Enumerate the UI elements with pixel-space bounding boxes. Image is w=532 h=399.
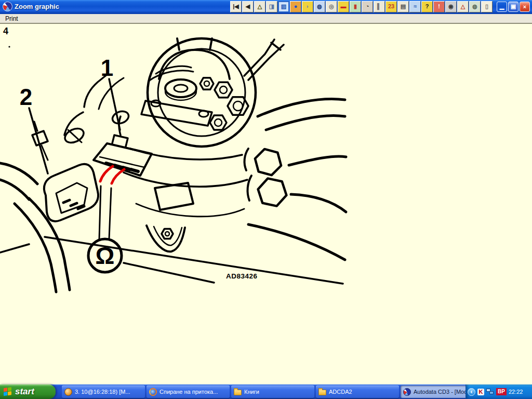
task-folder-adcda2[interactable]: ADCDA2 (316, 385, 399, 398)
tool-globe-button[interactable]: ● (290, 1, 301, 12)
engine-icon: ◍ (472, 4, 477, 9)
mouse-pointer-icon: ◗ (306, 4, 310, 9)
bracket-and-pipes (0, 225, 343, 284)
folder-icon (234, 390, 242, 395)
back-icon: ◀ (246, 4, 250, 9)
fuel-hoses (245, 99, 346, 260)
tray-clock: 22:22 (509, 389, 523, 395)
graphic-canvas: Ω 1 2 4 AD83426 (0, 23, 532, 384)
page-number: 4 (3, 26, 8, 36)
restore-icon: ▣ (511, 3, 516, 10)
network-icon[interactable] (486, 389, 494, 395)
connector-1 (94, 116, 152, 176)
task-button-label: ADCDA2 (329, 389, 352, 395)
distributor-assembly (63, 38, 284, 217)
restore-button[interactable]: ▣ (508, 2, 518, 12)
tool-spark-plug-button[interactable]: ▌ (374, 1, 385, 12)
lower-hoses (0, 163, 70, 292)
label-2: 2 (20, 84, 32, 110)
minimize-button[interactable]: ▁ (497, 2, 507, 12)
system-tray: ‹ K BP 22:22 (466, 384, 532, 399)
kaspersky-icon[interactable]: K (477, 389, 484, 395)
firefox-icon (149, 388, 157, 396)
task-button-label: Книги (244, 389, 259, 395)
ohmmeter-symbol: Ω (88, 186, 122, 272)
warning-icon: △ (258, 4, 262, 9)
tray-chevron-icon[interactable]: ‹ (468, 388, 475, 396)
tool-back-button[interactable]: ◀ (242, 1, 254, 12)
label-1: 1 (101, 55, 113, 81)
tool-service-car-button[interactable]: ! (433, 1, 445, 12)
tool-wheel-button[interactable]: ◍ (314, 1, 325, 12)
help-car-icon: ? (425, 4, 429, 9)
tool-mouse-pointer-button[interactable]: ◗ (302, 1, 313, 12)
titlebar-toolbar: |◀◀△◨▨●◗◍◎▬▮◔▌23▤≈?!◉△◍▯ (230, 1, 493, 12)
tool-marker-button[interactable]: ▬ (338, 1, 349, 12)
technical-diagram: Ω 1 2 4 AD83426 (0, 24, 532, 384)
screen: { "window": { "title": "Zoom graphic" },… (0, 0, 532, 399)
disc-icon (64, 388, 72, 396)
minimize-icon: ▁ (500, 3, 504, 10)
menu-bar: Print (0, 14, 532, 23)
page-dot (8, 46, 10, 47)
title-bar: Zoom graphic |◀◀△◨▨●◗◍◎▬▮◔▌23▤≈?!◉△◍▯ ▁▣… (0, 0, 532, 14)
abs-warning-icon: △ (461, 4, 465, 9)
task-button-label: Autodata CD3 - [Mod... (414, 389, 472, 395)
windows-flag-icon (4, 387, 12, 396)
tool-warning-button[interactable]: △ (254, 1, 265, 12)
autodata-icon (403, 388, 411, 396)
lift-icon: ▮ (354, 4, 357, 9)
folder-icon (318, 390, 326, 395)
emblem-icon: ◉ (448, 4, 454, 9)
tool-key-data-button[interactable]: 23 (385, 1, 397, 12)
tool-engine-button[interactable]: ◍ (469, 1, 481, 12)
language-indicator[interactable]: BP (496, 388, 507, 395)
tool-gears-button[interactable]: ◎ (326, 1, 337, 12)
task-button-area: 3. 10@16:28:18) [M...Спиране на притока.… (56, 384, 466, 399)
gears-icon: ◎ (329, 4, 334, 9)
battery-icon: ▯ (485, 4, 488, 9)
task-folder-knigi[interactable]: Книги (231, 385, 314, 398)
start-label: start (15, 387, 34, 397)
print-icon: ▤ (401, 4, 406, 9)
tool-car-wash-button[interactable]: ≈ (409, 1, 421, 12)
service-car-icon: ! (438, 4, 440, 9)
leader-line-2 (29, 108, 48, 174)
tool-print-button[interactable]: ▤ (397, 1, 409, 12)
tool-emblem-button[interactable]: ◉ (445, 1, 457, 12)
window-controls: ▁▣× (497, 2, 530, 12)
task-firefox[interactable]: Спиране на притока... (147, 385, 230, 398)
tool-battery-button[interactable]: ▯ (481, 1, 493, 12)
key-data-icon: 23 (388, 4, 394, 9)
first-page-icon: |◀ (233, 4, 239, 9)
menu-print[interactable]: Print (3, 15, 21, 22)
dashboard-icon: ◔ (366, 4, 369, 9)
task-log[interactable]: 3. 10@16:28:18) [M... (62, 385, 145, 398)
tool-lift-button[interactable]: ▮ (350, 1, 361, 12)
zoom-graphic-icon: ▨ (281, 4, 286, 9)
app-icon (3, 2, 12, 11)
task-button-label: 3. 10@16:28:18) [M... (75, 389, 130, 395)
tool-help-car-button[interactable]: ? (421, 1, 433, 12)
window-title: Zoom graphic (15, 3, 63, 10)
globe-icon: ● (294, 4, 298, 9)
tool-dashboard-button[interactable]: ◔ (362, 1, 373, 12)
taskbar: start 3. 10@16:28:18) [M...Спиране на пр… (0, 384, 532, 399)
spark-plug-icon: ▌ (377, 4, 381, 9)
tool-window-pane-button[interactable]: ◨ (266, 1, 277, 12)
wheel-icon: ◍ (317, 4, 322, 9)
tool-zoom-graphic-button[interactable]: ▨ (278, 1, 289, 12)
tool-first-page-button[interactable]: |◀ (230, 1, 242, 12)
ohm-glyph: Ω (96, 242, 115, 269)
close-button[interactable]: × (520, 2, 530, 12)
car-wash-icon: ≈ (414, 4, 417, 9)
window-pane-icon: ◨ (269, 4, 274, 9)
figure-code-label: AD83426 (226, 272, 258, 280)
task-button-label: Спиране на притока... (159, 389, 218, 395)
marker-icon: ▬ (341, 4, 347, 9)
close-icon: × (523, 4, 526, 10)
tool-abs-warning-button[interactable]: △ (457, 1, 469, 12)
start-button[interactable]: start (0, 384, 56, 399)
